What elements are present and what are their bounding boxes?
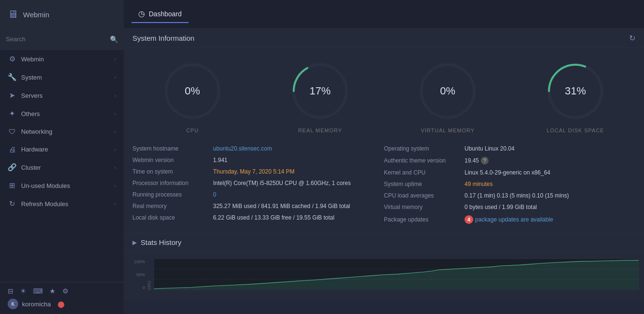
- gauge-local-disk: 31% LOCAL DISK SPACE: [542, 58, 609, 133]
- chart-y-0: 0: [129, 285, 145, 290]
- info-table: System hostname ubuntu20.silensec.com We…: [124, 138, 644, 233]
- sidebar-item-system[interactable]: 🔧 System ›: [0, 68, 124, 86]
- stats-arrow-icon: ▶: [132, 239, 137, 246]
- nav-arrow-webmin: ›: [114, 56, 116, 62]
- sidebar-item-refresh-modules[interactable]: ↻ Refresh Modules ›: [0, 195, 124, 213]
- nav-arrow-unused-modules: ›: [114, 183, 116, 188]
- info-val-right-0: Ubuntu Linux 20.04: [465, 145, 514, 152]
- nav-item-left-cluster: 🔗 Cluster: [8, 163, 41, 172]
- info-val-wrap-right-5: 0 bytes used / 1.99 GiB total: [465, 204, 537, 210]
- info-key-left-4: Running processes: [132, 191, 209, 198]
- sidebar-item-servers[interactable]: ➤ Servers ›: [0, 86, 124, 105]
- info-row-right-2: Kernel and CPU Linux 5.4.0-29-generic on…: [384, 167, 635, 178]
- nav-label-networking: Networking: [21, 128, 52, 135]
- sidebar-item-webmin[interactable]: ⚙ Webmin ›: [0, 50, 124, 68]
- gauges-row: 0% CPU 17% REAL MEMORY 0% VIRTUAL MEMORY: [124, 48, 644, 138]
- user-name: koromicha: [22, 301, 51, 308]
- info-val-right-6[interactable]: package updates are available: [475, 216, 553, 223]
- sidebar: 🖥 Webmin 🔍 ⚙ Webmin › 🔧 System › ➤ Serve…: [0, 0, 124, 314]
- sidebar-user: K koromicha ⬤: [8, 299, 116, 309]
- info-col-right: Operating system Ubuntu Linux 20.04 Auth…: [384, 143, 635, 226]
- info-key-right-5: Virtual memory: [384, 204, 461, 210]
- info-val-left-0[interactable]: ubuntu20.silensec.com: [213, 145, 272, 152]
- nav-item-left-webmin: ⚙ Webmin: [8, 55, 44, 63]
- nav-item-left-system: 🔧 System: [8, 73, 42, 81]
- system-info-panel: System Information ↻ 0% CPU 17% REAL MEM…: [124, 29, 644, 233]
- info-val-left-1: 1.941: [213, 157, 227, 163]
- info-val-left-6: 6.22 GiB used / 13.33 GiB free / 19.55 G…: [213, 214, 334, 221]
- tool-icon-2[interactable]: ☀: [20, 287, 26, 295]
- sidebar-item-hardware[interactable]: 🖨 Hardware ›: [0, 140, 124, 158]
- info-row-right-4: CPU load averages 0.17 (1 min) 0.13 (5 m…: [384, 190, 635, 201]
- sidebar-item-networking[interactable]: 🛡 Networking ›: [0, 123, 124, 140]
- nav-arrow-system: ›: [114, 74, 116, 80]
- info-row-right-3: System uptime 49 minutes: [384, 178, 635, 190]
- tab-dashboard[interactable]: ◷ Dashboard: [131, 5, 189, 23]
- info-val-right-1: 19.45: [465, 157, 479, 164]
- refresh-icon[interactable]: ↻: [629, 34, 635, 43]
- sidebar-webmin-header[interactable]: 🖥 Webmin: [0, 0, 124, 29]
- main-area: ◷ Dashboard System Information ↻ 0% CPU: [124, 0, 644, 314]
- tab-bar: ◷ Dashboard: [124, 0, 644, 29]
- info-badge-6: 4: [465, 215, 473, 224]
- tool-icon-5[interactable]: ⚙: [62, 287, 69, 295]
- gauge-label-local-disk: LOCAL DISK SPACE: [547, 128, 604, 133]
- content-area: System Information ↻ 0% CPU 17% REAL MEM…: [124, 29, 644, 314]
- sidebar-item-unused-modules[interactable]: ⊞ Un-used Modules ›: [0, 176, 124, 195]
- info-key-right-1: Authentic theme version: [384, 157, 461, 164]
- nav-icon-cluster: 🔗: [8, 163, 16, 172]
- tool-icon-1[interactable]: ⊟: [8, 287, 13, 295]
- info-key-left-2: Time on system: [132, 168, 209, 175]
- info-key-right-3: System uptime: [384, 181, 461, 187]
- nav-item-left-networking: 🛡 Networking: [8, 128, 52, 136]
- info-row-left-1: Webmin version 1.941: [132, 154, 384, 166]
- chart-y-axis-label: CPU: [147, 258, 152, 290]
- dashboard-tab-icon: ◷: [138, 9, 145, 18]
- nav-arrow-networking: ›: [114, 129, 116, 135]
- nav-icon-servers: ➤: [8, 91, 16, 100]
- info-val-left-3: Intel(R) Core(TM) i5-8250U CPU @ 1.60GHz…: [213, 180, 351, 186]
- sidebar-item-others[interactable]: ✦ Others ›: [0, 105, 124, 123]
- nav-item-left-others: ✦ Others: [8, 109, 40, 118]
- nav-item-left-servers: ➤ Servers: [8, 91, 43, 100]
- chart-canvas: [154, 258, 639, 290]
- info-val-wrap-right-1: 19.45?: [465, 157, 489, 164]
- info-key-right-6: Package updates: [384, 216, 461, 223]
- info-val-right-5: 0 bytes used / 1.99 GiB total: [465, 204, 537, 210]
- nav-label-webmin: Webmin: [21, 56, 44, 63]
- stats-history-header[interactable]: ▶ Stats History: [124, 233, 644, 252]
- search-box[interactable]: 🔍: [0, 29, 124, 50]
- info-key-left-3: Processor information: [132, 180, 209, 186]
- search-input[interactable]: [6, 35, 110, 43]
- nav-item-left-unused-modules: ⊞ Un-used Modules: [8, 181, 70, 190]
- info-row-left-5: Real memory 325.27 MiB used / 841.91 MiB…: [132, 200, 384, 212]
- tool-icon-4[interactable]: ★: [49, 287, 56, 295]
- nav-arrow-refresh-modules: ›: [114, 201, 116, 207]
- info-row-right-1: Authentic theme version 19.45?: [384, 154, 635, 167]
- nav-icon-hardware: 🖨: [8, 145, 16, 153]
- stats-history-panel: ▶ Stats History 100% 50% 0 CPU: [124, 233, 644, 300]
- info-key-left-6: Local disk space: [132, 214, 209, 221]
- tool-icon-3[interactable]: ⌨: [33, 287, 43, 295]
- info-row-left-3: Processor information Intel(R) Core(TM) …: [132, 177, 384, 189]
- nav-icon-networking: 🛡: [8, 128, 16, 136]
- info-val-right-2: Linux 5.4.0-29-generic on x86_64: [465, 169, 550, 176]
- info-help-icon-1[interactable]: ?: [481, 157, 489, 164]
- gauge-value-virtual-memory: 0%: [440, 85, 455, 97]
- sidebar-header-label: Webmin: [23, 11, 49, 19]
- gauge-circle-virtual-memory: 0%: [414, 58, 481, 125]
- sidebar-bottom: ⊟ ☀ ⌨ ★ ⚙ K koromicha ⬤: [0, 282, 124, 314]
- gauge-circle-local-disk: 31%: [542, 58, 609, 125]
- nav-label-unused-modules: Un-used Modules: [21, 182, 70, 189]
- gauge-circle-real-memory: 17%: [286, 58, 354, 125]
- user-logout-icon[interactable]: ⬤: [58, 301, 65, 308]
- webmin-icon: 🖥: [8, 8, 18, 21]
- sidebar-item-cluster[interactable]: 🔗 Cluster ›: [0, 158, 124, 176]
- info-val-left-4[interactable]: 0: [213, 191, 216, 198]
- search-icon: 🔍: [110, 35, 118, 43]
- gauge-real-memory: 17% REAL MEMORY: [286, 58, 354, 133]
- nav-label-system: System: [21, 74, 42, 81]
- chart-area: 100% 50% 0 CPU: [124, 252, 644, 300]
- gauge-value-local-disk: 31%: [565, 85, 586, 97]
- gauge-label-cpu: CPU: [186, 128, 199, 133]
